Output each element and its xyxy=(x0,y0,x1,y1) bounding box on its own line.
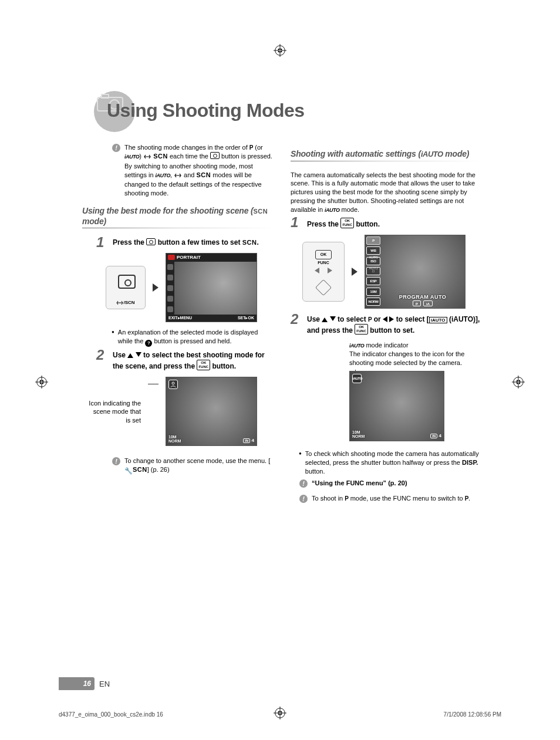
up-arrow-icon xyxy=(322,317,328,322)
info-button-icon: ? xyxy=(145,340,152,347)
registration-mark-icon xyxy=(35,376,48,388)
iauto-paragraph: The camera automatically selects the bes… xyxy=(291,171,481,214)
registration-mark-icon xyxy=(274,44,286,57)
scene-indicator-icon xyxy=(168,380,178,389)
left-column: ! The shooting mode changes in the order… xyxy=(82,141,273,509)
svg-point-13 xyxy=(172,382,174,384)
page-language: EN xyxy=(99,680,110,688)
svg-text:!: ! xyxy=(302,480,305,487)
page: Using Shooting Modes ! The shooting mode… xyxy=(0,0,560,740)
step-number: 1 xyxy=(291,214,298,231)
bullet-explanation: An explanation of the selected mode is d… xyxy=(112,328,273,347)
lcd-preview-image xyxy=(174,262,257,315)
down-arrow-icon xyxy=(136,352,141,357)
lcd-caption: PROGRAM AUTO xyxy=(383,294,463,300)
lcd-func-menu: P WB AUTO ISO AUTO □ ESP 10M NORM PROGRA… xyxy=(365,235,465,309)
camera-back-diagram: /SCN xyxy=(106,266,146,309)
indicator-caption: iAUTO mode indicator The indicator chang… xyxy=(349,341,481,367)
ok-func-button-icon: OKFUNC xyxy=(355,324,368,334)
svg-text:!: ! xyxy=(302,495,305,502)
scene-icon xyxy=(167,296,173,302)
figure-iauto-dial-lcd: OKFUNC P WB AUTO ISO AUTO □ ESP xyxy=(302,235,481,309)
left-arrow-icon xyxy=(383,316,387,322)
menu-chip: ESP xyxy=(366,277,380,285)
arrow-right-icon xyxy=(352,268,357,276)
lcd-iauto-live: iAUTO 10MNORM IN 4 xyxy=(349,371,444,441)
step-2-iauto: 2 Use to select P or to select [iAUTO (i… xyxy=(291,315,481,335)
leader-line xyxy=(148,384,158,384)
control-pad-diagram: OKFUNC xyxy=(302,242,345,302)
camera-button-icon xyxy=(118,275,136,289)
print-timestamp: 7/1/2008 12:08:56 PM xyxy=(444,711,501,718)
section-rule xyxy=(291,161,481,161)
intro-note-text: The shooting mode changes in the order o… xyxy=(124,143,273,198)
scene-icon xyxy=(167,285,173,291)
page-number: 16 xyxy=(59,677,95,690)
print-filename: d4377_e_oima_000_book_cs2e.indb 16 xyxy=(59,711,163,718)
wrench-icon: 🔧 xyxy=(124,467,133,475)
dis-icon xyxy=(116,300,123,306)
menu-chip: NORM xyxy=(366,298,380,306)
chapter-title: Using Shooting Modes xyxy=(107,101,305,120)
camera-button-icon xyxy=(146,238,156,245)
lcd-scn-live: 10MNORM IN 4 xyxy=(166,377,257,446)
tip-shoot-p: ! To shoot in P mode, use the FUNC menu … xyxy=(299,494,481,506)
note-icon: ! xyxy=(112,143,121,198)
page-footer: 16 EN xyxy=(59,677,110,690)
up-arrow-icon xyxy=(127,353,133,358)
menu-chip: ISO AUTO xyxy=(366,257,380,265)
step-2-scn: 2 Use to select the best shooting mode f… xyxy=(96,350,273,371)
dpad-icon xyxy=(315,279,332,296)
left-arrow-icon xyxy=(315,268,319,273)
step-1-scn: 1 Press the button a few times to set SC… xyxy=(96,238,273,247)
iauto-chip-icon: iA xyxy=(423,300,433,306)
note-icon: ! xyxy=(299,479,308,491)
figure-scn-dial-lcd: /SCN PORTRAIT EXIT▸MENUSET▸OK xyxy=(106,253,273,322)
intro-note: ! The shooting mode changes in the order… xyxy=(112,143,273,198)
scene-icon xyxy=(167,275,173,281)
svg-text:!: ! xyxy=(115,144,117,151)
step-number: 2 xyxy=(291,311,298,327)
chapter-header: Using Shooting Modes xyxy=(82,88,481,135)
menu-chip: □ xyxy=(366,267,380,275)
right-arrow-icon xyxy=(328,268,332,273)
note-icon: ! xyxy=(299,494,308,506)
note-icon: ! xyxy=(112,457,121,475)
tip-func-menu: ! “Using the FUNC menu” (p. 20) xyxy=(299,479,481,491)
arrow-right-icon xyxy=(153,283,158,292)
menu-chip: WB AUTO xyxy=(366,246,380,255)
tip-change-scene: ! To change to another scene mode, use t… xyxy=(112,457,273,475)
menu-chip: P xyxy=(366,236,380,245)
step-1-iauto: 1 Press the OKFUNC button. xyxy=(291,218,481,229)
ok-func-label: OKFUNC xyxy=(315,250,332,259)
menu-chip: 10M xyxy=(366,288,380,296)
step-number: 1 xyxy=(96,234,104,251)
dis-icon xyxy=(174,172,182,181)
down-arrow-icon xyxy=(330,316,336,321)
bullet-check-mode: To check which shooting mode the camera … xyxy=(299,450,481,476)
ok-func-button-icon: OKFUNC xyxy=(197,360,210,370)
right-column: Shooting with automatic settings (iAUTO … xyxy=(291,141,481,509)
section-heading-scn: Using the best mode for the shooting sce… xyxy=(82,206,273,227)
svg-text:!: ! xyxy=(115,458,117,465)
scene-icon xyxy=(167,306,173,312)
section-heading-iauto: Shooting with automatic settings (iAUTO … xyxy=(291,149,481,160)
figure-iauto-result: iAUTO 10MNORM IN 4 xyxy=(349,371,481,441)
lcd-scn-menu: PORTRAIT EXIT▸MENUSET▸OK xyxy=(166,253,257,322)
dis-icon xyxy=(143,153,151,162)
registration-mark-icon xyxy=(512,376,525,388)
step-number: 2 xyxy=(96,347,104,363)
rec-icon xyxy=(168,255,175,260)
content-area: Using Shooting Modes ! The shooting mode… xyxy=(82,88,481,509)
iauto-indicator-icon: iAUTO xyxy=(352,374,362,383)
ok-func-button-icon: OKFUNC xyxy=(340,218,354,228)
section-rule xyxy=(82,228,273,228)
camera-button-icon xyxy=(210,152,220,159)
print-metadata-line: d4377_e_oima_000_book_cs2e.indb 16 7/1/2… xyxy=(59,711,501,718)
caption-scene-icon: Icon indicating the scene mode that is s… xyxy=(88,399,141,424)
svg-rect-9 xyxy=(102,94,109,98)
figure-scn-result: Icon indicating the scene mode that is s… xyxy=(88,377,273,446)
scene-icon xyxy=(167,264,173,270)
